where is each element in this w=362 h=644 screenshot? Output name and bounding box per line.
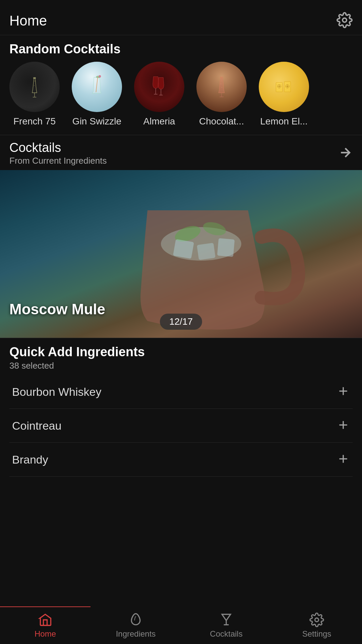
svg-point-45 bbox=[315, 618, 319, 622]
bottom-spacer bbox=[0, 477, 362, 524]
cocktails-header-left: Cocktails From Current Ingredients bbox=[9, 141, 107, 166]
header-title: Home bbox=[9, 13, 47, 29]
random-cocktails-title: Random Cocktails bbox=[0, 35, 362, 62]
svg-point-16 bbox=[221, 84, 221, 84]
cocktail-label-gin-swizzle: Gin Swizzle bbox=[72, 116, 121, 127]
mug-decoration bbox=[121, 177, 322, 338]
cocktails-from-ingredients-header: Cocktails From Current Ingredients bbox=[0, 135, 362, 167]
cocktails-arrow-icon[interactable] bbox=[338, 145, 353, 161]
ingredient-item-brandy[interactable]: Brandy bbox=[9, 443, 353, 477]
nav-item-cocktails[interactable]: Cocktails bbox=[181, 607, 272, 644]
cocktail-label-almeria: Almeria bbox=[143, 116, 175, 127]
svg-point-4 bbox=[35, 81, 35, 82]
ingredients-icon bbox=[128, 612, 143, 627]
add-bourbon-icon[interactable] bbox=[337, 384, 350, 399]
add-brandy-icon[interactable] bbox=[337, 452, 350, 467]
cocktail-label-french75: French 75 bbox=[13, 116, 56, 127]
nav-item-settings[interactable]: Settings bbox=[272, 607, 362, 644]
svg-point-7 bbox=[99, 75, 101, 77]
random-cocktails-section: Random Cocktails French 75 bbox=[0, 35, 362, 135]
ingredient-item-bourbon[interactable]: Bourbon Whiskey bbox=[9, 375, 353, 409]
cocktail-label-chocolat: Chocolat... bbox=[199, 116, 244, 127]
cocktail-item-french75[interactable]: French 75 bbox=[3, 62, 66, 127]
cocktails-section-subtitle: From Current Ingredients bbox=[9, 156, 107, 166]
bottom-navigation: Home Ingredients Cocktails Settings bbox=[0, 607, 362, 644]
nav-item-home[interactable]: Home bbox=[0, 607, 90, 644]
settings-nav-icon bbox=[309, 612, 324, 627]
cocktail-circle-img-gin-swizzle bbox=[72, 62, 122, 112]
cocktails-section-title: Cocktails bbox=[9, 141, 107, 155]
nav-label-home: Home bbox=[35, 629, 56, 639]
ingredient-item-cointreau[interactable]: Cointreau bbox=[9, 409, 353, 443]
add-cointreau-icon[interactable] bbox=[337, 418, 350, 433]
cocktail-item-gin-swizzle[interactable]: Gin Swizzle bbox=[66, 62, 128, 127]
ingredient-name-bourbon: Bourbon Whiskey bbox=[12, 385, 101, 398]
cocktail-glass-icon bbox=[219, 612, 234, 627]
quick-add-section: Quick Add Ingredients 38 selected Bourbo… bbox=[0, 338, 362, 477]
cocktail-circle-img-lemon-el bbox=[259, 62, 309, 112]
svg-rect-35 bbox=[197, 243, 216, 260]
nav-label-cocktails: Cocktails bbox=[210, 629, 242, 639]
cocktail-circles-list: French 75 Gin Swizzle bbox=[0, 62, 362, 135]
cocktail-item-almeria[interactable]: Almeria bbox=[128, 62, 190, 127]
cocktail-item-chocolat[interactable]: Chocolat... bbox=[190, 62, 253, 127]
featured-cocktail-card[interactable]: Moscow Mule 12/17 bbox=[0, 170, 362, 338]
quick-add-title: Quick Add Ingredients bbox=[9, 345, 353, 359]
cocktail-circle-img-french75 bbox=[9, 62, 60, 112]
svg-rect-34 bbox=[173, 239, 194, 259]
cocktail-item-lemon-el[interactable]: Lemon El... bbox=[253, 62, 315, 127]
cocktail-circle-img-chocolat bbox=[196, 62, 247, 112]
svg-rect-36 bbox=[217, 238, 235, 257]
quick-add-subtitle: 38 selected bbox=[9, 361, 353, 371]
home-icon bbox=[38, 612, 53, 627]
cocktail-label-lemon-el: Lemon El... bbox=[260, 116, 308, 127]
app-header: Home bbox=[0, 0, 362, 35]
svg-point-17 bbox=[222, 87, 222, 88]
cocktail-circle-img-almeria bbox=[134, 62, 184, 112]
settings-icon[interactable] bbox=[337, 12, 353, 30]
nav-label-ingredients: Ingredients bbox=[116, 629, 156, 639]
featured-cocktail-name: Moscow Mule bbox=[9, 301, 105, 318]
nav-item-ingredients[interactable]: Ingredients bbox=[90, 607, 181, 644]
ingredient-name-cointreau: Cointreau bbox=[12, 419, 61, 432]
svg-point-5 bbox=[34, 85, 34, 86]
svg-point-0 bbox=[343, 18, 347, 22]
nav-label-settings: Settings bbox=[302, 629, 331, 639]
ingredient-name-brandy: Brandy bbox=[12, 453, 48, 466]
svg-point-18 bbox=[221, 81, 222, 81]
featured-cocktail-counter: 12/17 bbox=[160, 314, 202, 330]
